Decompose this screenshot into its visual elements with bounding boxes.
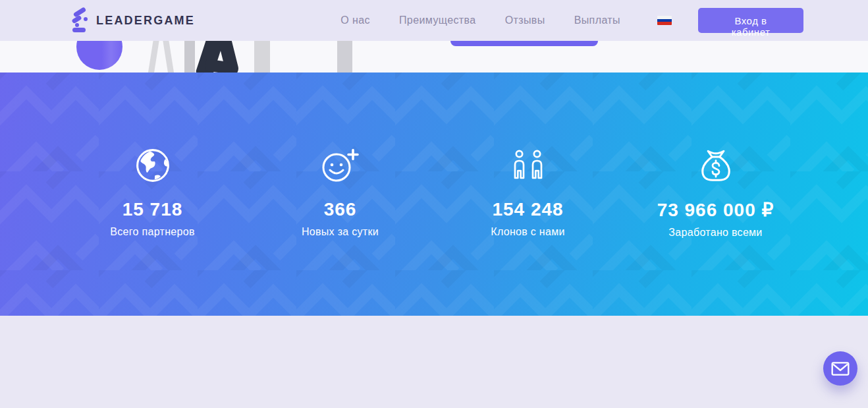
nav-item-payouts[interactable]: Выплаты bbox=[574, 15, 620, 26]
hero-bar-fragment bbox=[184, 41, 195, 73]
hero-bar-fragment bbox=[337, 41, 352, 73]
easel-leg-illustration bbox=[147, 41, 160, 73]
nav-item-advantages[interactable]: Преимущества bbox=[399, 15, 476, 26]
chat-widget-button[interactable] bbox=[823, 351, 857, 386]
stat-label: Заработано всеми bbox=[622, 227, 809, 239]
envelope-icon bbox=[831, 362, 850, 376]
hero-ball-illustration bbox=[76, 41, 122, 70]
hero-illustration-strip bbox=[0, 41, 868, 73]
people-icon bbox=[434, 148, 622, 186]
login-button[interactable]: Вход в кабинет bbox=[698, 8, 803, 33]
stat-label: Всего партнеров bbox=[59, 226, 246, 238]
russian-flag-icon[interactable] bbox=[657, 16, 672, 25]
globe-icon bbox=[59, 148, 246, 186]
money-bag-icon bbox=[622, 148, 809, 186]
main-nav: О нас Преимущества Отзывы Выплаты bbox=[340, 15, 620, 26]
hero-bar-fragment bbox=[254, 41, 270, 73]
stat-value: 15 718 bbox=[59, 199, 246, 220]
stat-clones: 154 248 Клонов с нами bbox=[434, 148, 622, 239]
stat-value: 366 bbox=[246, 199, 434, 220]
stat-value: 154 248 bbox=[434, 199, 622, 220]
stat-total-partners: 15 718 Всего партнеров bbox=[59, 148, 246, 239]
stats-section: 15 718 Всего партнеров 366 Новых за сутк… bbox=[0, 73, 868, 316]
nav-item-reviews[interactable]: Отзывы bbox=[505, 15, 545, 26]
stat-label: Новых за сутки bbox=[246, 226, 434, 238]
nav-item-about[interactable]: О нас bbox=[340, 15, 370, 26]
brand-name: LEADERGAME bbox=[96, 14, 195, 28]
stat-label: Клонов с нами bbox=[434, 226, 622, 238]
hero-cta-button-cutoff[interactable] bbox=[450, 41, 598, 46]
easel-leg-illustration bbox=[163, 41, 176, 73]
stat-total-earned: 73 966 000 ₽ Заработано всеми bbox=[622, 148, 809, 239]
footer-section bbox=[0, 316, 868, 408]
stat-value: 73 966 000 ₽ bbox=[622, 199, 809, 221]
brand-logo[interactable]: LEADERGAME bbox=[71, 9, 195, 32]
stats-row: 15 718 Всего партнеров 366 Новых за сутк… bbox=[59, 73, 809, 239]
stat-new-per-day: 366 Новых за сутки bbox=[246, 148, 434, 239]
header: LEADERGAME О нас Преимущества Отзывы Вып… bbox=[0, 0, 868, 41]
leadergame-logo-icon bbox=[71, 9, 88, 32]
smiley-plus-icon bbox=[246, 148, 434, 186]
